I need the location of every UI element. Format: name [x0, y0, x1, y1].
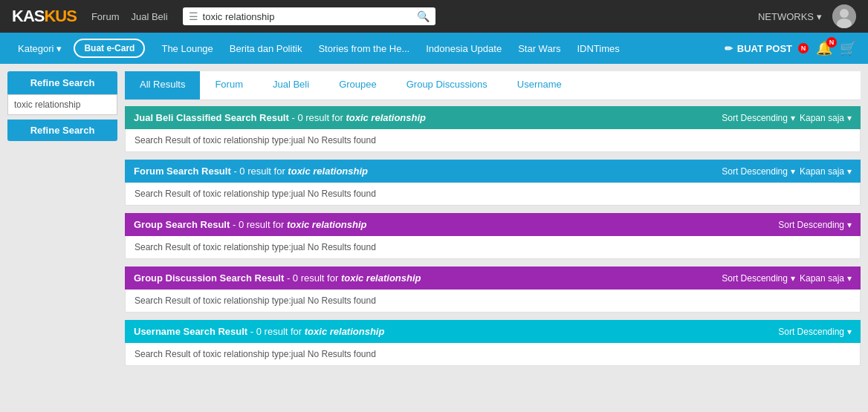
- jual-beli-kapan-dropdown[interactable]: Kapan saja ▾: [800, 113, 852, 123]
- jual-beli-result-title: Jual Beli Classified Search Result - 0 r…: [134, 112, 426, 123]
- username-result-body: Search Result of toxic relationship type…: [125, 343, 861, 366]
- chevron-down-icon: ▾: [847, 273, 852, 284]
- group-sort-dropdown[interactable]: Sort Descending ▾: [778, 220, 852, 230]
- berita-politik-link[interactable]: Berita dan Politik: [222, 39, 310, 59]
- logo-kus: KUS: [44, 7, 76, 25]
- chevron-down-icon: ▾: [847, 113, 852, 123]
- username-result-section: Username Search Result - 0 result for to…: [125, 320, 861, 366]
- tab-jual-beli[interactable]: Jual Beli: [258, 71, 324, 99]
- second-nav-right: ✏ BUAT POST N 🔔 N 🛒: [725, 40, 856, 56]
- sidebar-search-input[interactable]: [7, 94, 117, 115]
- jual-beli-result-section: Jual Beli Classified Search Result - 0 r…: [125, 106, 861, 152]
- chevron-down-icon: ▾: [847, 220, 852, 230]
- refine-search-button[interactable]: Refine Search: [7, 120, 117, 141]
- chevron-down-icon: ▾: [791, 166, 795, 177]
- second-navigation: Kategori ▾ Buat e-Card The Lounge Berita…: [0, 33, 868, 64]
- tab-username[interactable]: Username: [502, 71, 577, 99]
- buat-post-button[interactable]: ✏ BUAT POST N: [725, 43, 809, 54]
- chevron-down-icon: ▾: [791, 113, 795, 123]
- forum-result-body: Search Result of toxic relationship type…: [125, 183, 861, 206]
- forum-kapan-dropdown[interactable]: Kapan saja ▾: [800, 166, 852, 177]
- indonesia-update-link[interactable]: Indonesia Update: [418, 39, 509, 59]
- group-discussion-result-title: Group Discussion Search Result - 0 resul…: [134, 272, 421, 284]
- tab-forum[interactable]: Forum: [200, 71, 258, 99]
- kategori-label: Kategori: [18, 43, 54, 54]
- logo[interactable]: KASKUS: [12, 7, 77, 26]
- top-nav-links: Forum Jual Beli: [91, 11, 168, 22]
- main-layout: Refine Search Refine Search All Results …: [0, 64, 868, 412]
- idntimes-link[interactable]: IDNTimes: [569, 39, 626, 59]
- forum-result-section: Forum Search Result - 0 result for toxic…: [125, 160, 861, 206]
- group-sort-controls: Sort Descending ▾: [778, 220, 852, 230]
- kategori-button[interactable]: Kategori ▾: [12, 39, 68, 59]
- second-nav-links: The Lounge Berita dan Politik Stories fr…: [154, 39, 626, 59]
- group-result-body: Search Result of toxic relationship type…: [125, 236, 861, 259]
- jual-beli-result-body: Search Result of toxic relationship type…: [125, 129, 861, 152]
- sidebar: Refine Search Refine Search: [7, 71, 117, 405]
- forum-result-header: Forum Search Result - 0 result for toxic…: [125, 160, 861, 183]
- star-wars-link[interactable]: Star Wars: [511, 39, 568, 59]
- pencil-icon: ✏: [725, 43, 733, 54]
- hamburger-icon: ☰: [189, 10, 198, 22]
- networks-button[interactable]: NETWORKS ▾: [758, 11, 822, 22]
- jual-beli-sort-controls: Sort Descending ▾ Kapan saja ▾: [722, 113, 852, 123]
- username-sort-dropdown[interactable]: Sort Descending ▾: [778, 327, 852, 337]
- forum-sort-controls: Sort Descending ▾ Kapan saja ▾: [722, 166, 852, 177]
- jual-beli-result-header: Jual Beli Classified Search Result - 0 r…: [125, 106, 861, 129]
- group-discussion-result-header: Group Discussion Search Result - 0 resul…: [125, 267, 861, 290]
- group-discussion-result-body: Search Result of toxic relationship type…: [125, 290, 861, 313]
- post-badge: N: [798, 43, 809, 53]
- forum-sort-dropdown[interactable]: Sort Descending ▾: [722, 166, 795, 177]
- group-discussion-sort-dropdown[interactable]: Sort Descending ▾: [722, 273, 795, 284]
- search-bar: ☰ 🔍: [183, 7, 435, 25]
- logo-kas: KAS: [12, 7, 44, 25]
- tab-groupee[interactable]: Groupee: [324, 71, 392, 99]
- jual-beli-sort-dropdown[interactable]: Sort Descending ▾: [722, 113, 795, 123]
- notification-badge: N: [826, 37, 837, 48]
- forum-link[interactable]: Forum: [91, 11, 120, 22]
- buat-ecard-button[interactable]: Buat e-Card: [74, 39, 145, 58]
- group-discussion-result-section: Group Discussion Search Result - 0 resul…: [125, 267, 861, 313]
- buat-post-label: BUAT POST: [737, 43, 792, 54]
- avatar[interactable]: [832, 4, 856, 28]
- group-discussion-sort-controls: Sort Descending ▾ Kapan saja ▾: [722, 273, 852, 284]
- username-result-header: Username Search Result - 0 result for to…: [125, 320, 861, 343]
- the-lounge-link[interactable]: The Lounge: [154, 39, 220, 59]
- search-input[interactable]: [203, 11, 412, 22]
- top-nav-right: NETWORKS ▾: [758, 4, 856, 28]
- username-result-title: Username Search Result - 0 result for to…: [134, 326, 384, 337]
- refine-search-header: Refine Search: [7, 71, 117, 94]
- chevron-down-icon: ▾: [817, 11, 822, 22]
- group-discussion-kapan-dropdown[interactable]: Kapan saja ▾: [800, 273, 852, 284]
- search-button[interactable]: 🔍: [417, 10, 430, 22]
- group-result-header: Group Search Result - 0 result for toxic…: [125, 213, 861, 236]
- chevron-down-icon: ▾: [791, 273, 795, 284]
- group-result-section: Group Search Result - 0 result for toxic…: [125, 213, 861, 259]
- forum-result-title: Forum Search Result - 0 result for toxic…: [134, 166, 368, 177]
- chevron-down-icon: ▾: [847, 166, 852, 177]
- jual-beli-link[interactable]: Jual Beli: [131, 11, 167, 22]
- svg-point-1: [840, 9, 849, 18]
- tabs-row: All Results Forum Jual Beli Groupee Grou…: [125, 71, 861, 100]
- cart-icon[interactable]: 🛒: [840, 40, 856, 56]
- content-area: All Results Forum Jual Beli Groupee Grou…: [125, 71, 861, 405]
- notification-icon[interactable]: 🔔 N: [816, 40, 832, 56]
- top-navigation: KASKUS Forum Jual Beli ☰ 🔍 NETWORKS ▾: [0, 0, 868, 33]
- group-result-title: Group Search Result - 0 result for toxic…: [134, 219, 367, 230]
- tab-group-discussions[interactable]: Group Discussions: [392, 71, 502, 99]
- chevron-down-icon: ▾: [56, 43, 62, 54]
- stories-link[interactable]: Stories from the He...: [311, 39, 417, 59]
- tab-all-results[interactable]: All Results: [125, 71, 200, 99]
- username-sort-controls: Sort Descending ▾: [778, 327, 852, 337]
- chevron-down-icon: ▾: [847, 327, 852, 337]
- networks-label: NETWORKS: [758, 11, 814, 22]
